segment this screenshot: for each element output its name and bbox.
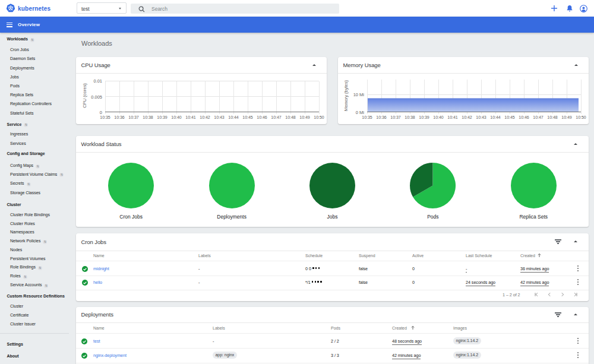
svg-text:10:39: 10:39	[157, 115, 168, 119]
svg-text:10:37: 10:37	[128, 115, 139, 119]
svg-text:0.01: 0.01	[93, 78, 102, 84]
svg-text:10:40: 10:40	[433, 115, 444, 119]
svg-text:10:36: 10:36	[376, 115, 387, 119]
svg-text:Memory (bytes): Memory (bytes)	[343, 80, 349, 111]
svg-text:10:37: 10:37	[390, 115, 401, 119]
svg-text:10:41: 10:41	[185, 115, 196, 119]
svg-text:10:48: 10:48	[285, 115, 296, 119]
svg-text:10:42: 10:42	[200, 115, 210, 119]
svg-text:10 Mi: 10 Mi	[353, 92, 365, 97]
svg-text:10:45: 10:45	[242, 115, 253, 119]
svg-text:10:45: 10:45	[504, 115, 515, 119]
svg-text:10:36: 10:36	[114, 115, 125, 119]
svg-text:0 Mi: 0 Mi	[356, 110, 365, 115]
svg-text:10:41: 10:41	[447, 115, 458, 119]
svg-text:10:46: 10:46	[519, 115, 529, 119]
svg-text:10:42: 10:42	[462, 115, 472, 119]
svg-text:10:35: 10:35	[362, 115, 372, 119]
svg-text:10:47: 10:47	[533, 115, 544, 119]
svg-text:10:44: 10:44	[228, 115, 239, 119]
svg-text:10:43: 10:43	[476, 115, 486, 119]
svg-text:10:49: 10:49	[561, 115, 572, 119]
svg-text:10:48: 10:48	[547, 115, 558, 119]
svg-text:0: 0	[100, 110, 102, 115]
svg-text:10:38: 10:38	[143, 115, 153, 119]
svg-text:0.005: 0.005	[91, 94, 102, 100]
svg-text:10:49: 10:49	[299, 115, 310, 119]
svg-text:10:47: 10:47	[271, 115, 282, 119]
svg-text:10:50: 10:50	[576, 115, 586, 119]
svg-text:10:40: 10:40	[171, 115, 182, 119]
svg-text:10:46: 10:46	[257, 115, 267, 119]
svg-text:10:35: 10:35	[100, 115, 110, 119]
svg-text:10:39: 10:39	[419, 115, 429, 119]
svg-text:CPU (cores): CPU (cores)	[82, 83, 87, 108]
svg-text:10:38: 10:38	[405, 115, 415, 119]
svg-text:10:43: 10:43	[214, 115, 225, 119]
svg-text:10:44: 10:44	[490, 115, 501, 119]
svg-text:10:50: 10:50	[314, 115, 324, 119]
